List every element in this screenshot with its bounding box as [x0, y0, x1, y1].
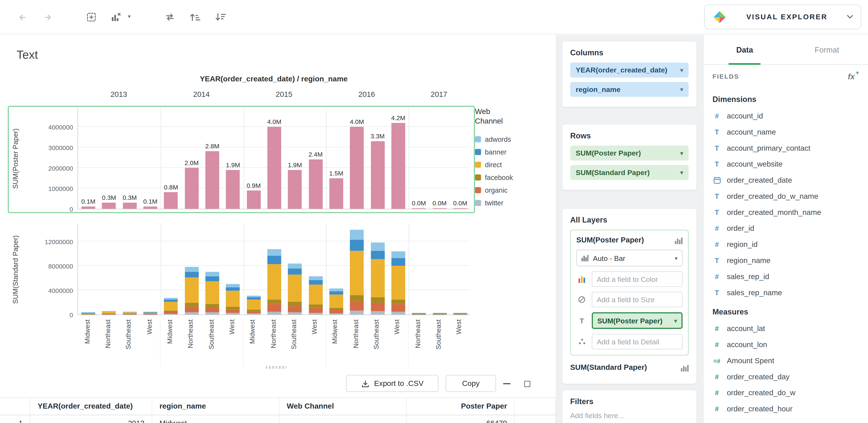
stacked-bar-segment[interactable]	[288, 275, 302, 302]
field-item[interactable]: #order_created_hour	[704, 401, 868, 417]
stacked-bar-segment[interactable]	[453, 314, 467, 314]
poster-paper-bar[interactable]	[123, 203, 136, 209]
stacked-bar-segment[interactable]	[267, 299, 281, 304]
stacked-bar-segment[interactable]	[350, 311, 364, 315]
stacked-bar-segment[interactable]	[144, 312, 157, 313]
column-pill[interactable]: YEAR(order_created_date)▾	[570, 63, 689, 77]
stacked-bar-segment[interactable]	[123, 314, 136, 314]
field-item[interactable]: #sales_rep_id	[704, 268, 868, 285]
field-item[interactable]: order_created_date	[704, 172, 868, 188]
stacked-bar-segment[interactable]	[102, 314, 116, 314]
column-pill[interactable]: region_name▾	[570, 82, 689, 97]
stacked-bar-segment[interactable]	[144, 312, 157, 312]
stacked-bar-segment[interactable]	[247, 310, 260, 311]
stacked-bar-segment[interactable]	[371, 311, 384, 315]
stacked-bar-segment[interactable]	[102, 311, 116, 312]
stacked-bar-segment[interactable]	[433, 314, 446, 314]
stacked-bar-segment[interactable]	[288, 263, 302, 268]
field-item[interactable]: #account_id	[704, 108, 868, 124]
stacked-bar-segment[interactable]	[123, 314, 136, 315]
stacked-bar-segment[interactable]	[267, 312, 281, 315]
table-row[interactable]: 12013Midwest66479	[0, 415, 556, 423]
row-pill[interactable]: SUM(Poster Paper)▾	[570, 145, 689, 161]
stacked-bar-segment[interactable]	[102, 312, 116, 314]
field-item[interactable]: #order_created_day	[704, 369, 868, 385]
stacked-bar-segment[interactable]	[330, 288, 343, 291]
stacked-bar-segment[interactable]	[185, 303, 198, 306]
poster-paper-bar[interactable]	[330, 178, 343, 209]
stacked-bar-segment[interactable]	[350, 251, 364, 295]
stacked-bar-segment[interactable]	[206, 307, 219, 313]
legend-item[interactable]: banner	[475, 145, 549, 158]
stacked-bar-segment[interactable]	[144, 314, 157, 314]
tab-format[interactable]: Format	[786, 35, 868, 64]
transpose-fields-button[interactable]	[161, 8, 179, 26]
poster-paper-bar[interactable]	[453, 208, 467, 209]
minimize-button[interactable]	[500, 377, 513, 390]
stacked-bar-segment[interactable]	[102, 314, 116, 315]
stacked-bar-segment[interactable]	[391, 251, 405, 258]
stacked-bar-segment[interactable]	[267, 256, 281, 264]
layer-header-poster[interactable]: SUM(Poster Paper)	[576, 236, 683, 244]
stacked-bar-segment[interactable]	[185, 272, 198, 278]
field-item[interactable]: #order_id	[704, 220, 868, 236]
legend-item[interactable]: direct	[475, 158, 549, 171]
text-tile[interactable]: Text	[17, 48, 38, 61]
stacked-bar-segment[interactable]	[391, 304, 405, 311]
poster-paper-bar[interactable]	[288, 170, 302, 209]
stacked-bar-segment[interactable]	[226, 287, 240, 291]
stacked-bar-segment[interactable]	[412, 313, 426, 313]
stacked-bar-segment[interactable]	[309, 313, 322, 315]
stacked-bar-segment[interactable]	[433, 314, 446, 314]
poster-paper-plot[interactable]: 0.1M0.3M0.3M0.1M0.8M2.0M2.8M1.9M0.9M4.0M…	[78, 108, 470, 209]
field-item[interactable]: Torder_created_do_w_name	[704, 188, 868, 204]
table-header-cell[interactable]: region_name	[152, 398, 280, 415]
stacked-bar-segment[interactable]	[226, 313, 240, 315]
stacked-bar-segment[interactable]	[288, 302, 302, 306]
stacked-bar-segment[interactable]	[391, 258, 405, 266]
row-pill[interactable]: SUM(Standard Paper)▾	[570, 165, 689, 180]
stacked-bar-segment[interactable]	[391, 312, 405, 315]
viz-type-select[interactable]: Auto - Bar ▾	[576, 250, 683, 266]
field-item[interactable]: #account_lat	[704, 321, 868, 337]
stacked-bar-segment[interactable]	[206, 276, 219, 281]
export-csv-button[interactable]: Export to .CSV	[346, 375, 438, 392]
table-header-cell[interactable]	[515, 398, 556, 415]
color-field-input[interactable]	[592, 271, 683, 287]
standard-paper-plot[interactable]	[78, 224, 470, 315]
stacked-bar-segment[interactable]	[82, 313, 95, 314]
stacked-bar-segment[interactable]	[206, 304, 219, 307]
field-item[interactable]: Taccount_primary_contact	[704, 140, 868, 156]
stacked-bar-segment[interactable]	[164, 312, 178, 314]
table-header-cell[interactable]: YEAR(order_created_date)	[31, 398, 152, 415]
stacked-bar-segment[interactable]	[371, 297, 384, 303]
tab-data[interactable]: Data	[704, 35, 786, 64]
poster-paper-bar[interactable]	[412, 208, 426, 209]
stacked-bar-segment[interactable]	[206, 313, 219, 315]
stacked-bar-segment[interactable]	[412, 314, 426, 314]
stacked-bar-segment[interactable]	[82, 314, 95, 314]
stacked-bar-segment[interactable]	[267, 249, 281, 256]
stacked-bar-segment[interactable]	[206, 272, 219, 276]
poster-paper-bar[interactable]	[350, 127, 364, 209]
stacked-bar-segment[interactable]	[309, 305, 322, 308]
poster-paper-bar[interactable]	[164, 192, 178, 209]
stacked-bar-segment[interactable]	[371, 303, 384, 311]
stacked-bar-segment[interactable]	[267, 304, 281, 311]
stacked-bar-segment[interactable]	[371, 251, 384, 259]
stacked-bar-segment[interactable]	[330, 308, 343, 310]
stacked-bar-segment[interactable]	[82, 313, 95, 313]
stacked-bar-segment[interactable]	[164, 300, 178, 301]
field-item[interactable]: Torder_created_month_name	[704, 204, 868, 220]
add-calculation-icon[interactable]: fx+	[848, 72, 859, 81]
stacked-bar-segment[interactable]	[247, 311, 260, 314]
stacked-bar-segment[interactable]	[288, 268, 302, 275]
stacked-bar-segment[interactable]	[412, 314, 426, 315]
poster-paper-bar[interactable]	[433, 208, 446, 209]
stacked-bar-segment[interactable]	[185, 312, 198, 314]
stacked-bar-segment[interactable]	[185, 307, 198, 312]
stacked-bar-segment[interactable]	[288, 312, 302, 314]
legend-item[interactable]: adwords	[475, 133, 549, 145]
forward-button[interactable]	[39, 8, 57, 26]
field-item[interactable]: Taccount_website	[704, 156, 868, 172]
